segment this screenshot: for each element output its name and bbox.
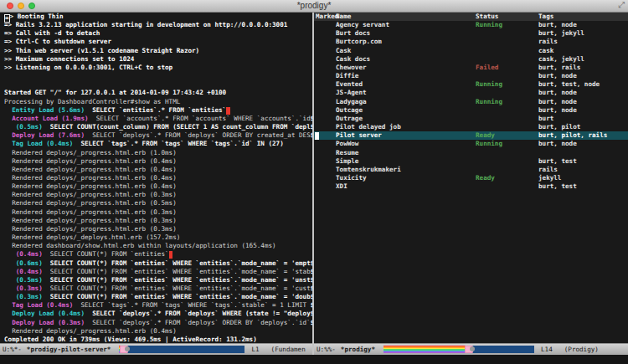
nyan-progress-bar: [119, 346, 245, 353]
process-tags: cask: [538, 47, 553, 55]
process-name: XDI: [336, 182, 347, 191]
echo-area[interactable]: [0, 355, 628, 364]
process-row[interactable]: XDIburt, test: [314, 182, 628, 191]
process-row[interactable]: Burtcorp.comrails: [314, 38, 628, 46]
process-status: Running: [476, 21, 502, 29]
log-segment: (0.3ms): [4, 293, 43, 300]
log-segment: Rendered deploys/_progress.html.erb (0.4…: [4, 174, 177, 182]
modeline-state: U:%*-: [3, 344, 22, 355]
process-list-rows: Agency servantRunningburt, nodeBurt docs…: [314, 21, 628, 191]
window-title: *prodigy*: [0, 1, 628, 10]
log-segment: SELECT COUNT(*) FROM `entities` WHERE `e…: [43, 259, 311, 267]
process-row[interactable]: Resume: [314, 149, 628, 157]
process-name: Resume: [336, 149, 358, 157]
log-segment: Deploy Load (0.3ms): [4, 319, 85, 326]
process-name: Diffie: [336, 72, 358, 80]
process-row[interactable]: Diffieburt, node: [314, 72, 628, 80]
log-segment: Tag Load (0.4ms): [4, 301, 73, 309]
log-segment: Rendered deploys/_progress.html.erb (0.3…: [4, 217, 177, 224]
process-row[interactable]: Cask docscask, jekyll: [314, 55, 628, 64]
log-line: Account Load (1.9ms) SELECT `accounts`.*…: [0, 115, 312, 123]
log-line: Tag Load (0.4ms) SELECT `tags`.* FROM `t…: [0, 301, 312, 310]
prodigy-buffer[interactable]: Marked Name Status Tags Agency servantRu…: [314, 13, 628, 343]
process-row[interactable]: JS-Agentburt, node: [314, 89, 628, 97]
rails-log-buffer[interactable]: => Booting Thin=> Rails 3.2.13 applicati…: [0, 13, 312, 343]
left-window: => Booting Thin=> Rails 3.2.13 applicati…: [0, 13, 312, 355]
log-line: >> Maximum connections set to 1024: [0, 55, 312, 64]
process-name: Chewover: [336, 64, 367, 72]
process-row[interactable]: TuxicityReadyjekyll: [314, 174, 628, 182]
process-name: Cask docs: [336, 55, 370, 64]
process-row[interactable]: Agency servantRunningburt, node: [314, 21, 628, 29]
process-status: Failed: [476, 64, 498, 72]
process-row[interactable]: EventedRunningburt, test, node: [314, 80, 628, 89]
log-line: Rendered deploys/_progress.html.erb (1.0…: [0, 149, 312, 157]
log-segment: Started GET "/" for 127.0.0.1 at 2014-01…: [4, 89, 226, 96]
expand-icon[interactable]: ⤢: [618, 0, 625, 10]
point-cursor: [315, 132, 319, 140]
process-name: Pilot delayed job: [336, 123, 401, 131]
process-name: Simple: [336, 157, 358, 166]
process-row[interactable]: ChewoverFailedburt, rails: [314, 64, 628, 72]
log-line: => Booting Thin: [0, 13, 312, 21]
log-segment: Rendered deploys/_progress.html.erb (0.4…: [4, 166, 177, 173]
log-line: => Rails 3.2.13 application starting in …: [0, 21, 312, 29]
log-line: => Ctrl-C to shutdown server: [0, 38, 312, 46]
process-name: JS-Agent: [336, 89, 367, 97]
nyan-progress-bar: [383, 346, 534, 353]
process-name: Tuxicity: [336, 174, 367, 182]
log-line: [0, 80, 312, 89]
process-name: Tomtenskrukmakeri: [336, 166, 401, 174]
process-row[interactable]: Pilot delayed jobburt, pilot: [314, 123, 628, 131]
log-line: >> Thin web server (v1.5.1 codename Stra…: [0, 47, 312, 55]
process-tags: rails: [538, 38, 558, 46]
log-segment: Processing by DashboardController#show a…: [4, 98, 180, 105]
process-name: Ladygaga: [336, 98, 367, 106]
log-line: Rendered deploys/_progress.html.erb (0.4…: [0, 166, 312, 174]
process-name: Evented: [336, 80, 363, 89]
log-line: Entity Load (5.6ms) SELECT `entities`.* …: [0, 106, 312, 115]
process-name: Pilot server: [336, 131, 382, 140]
process-row[interactable]: Caskcask: [314, 47, 628, 55]
process-row[interactable]: Burt docsburt, jekyll: [314, 29, 628, 38]
process-row[interactable]: Simpleburt, test: [314, 157, 628, 166]
process-row[interactable]: Outrageburt: [314, 115, 628, 123]
log-line: Rendered deploys/_progress.html.erb (0.3…: [0, 217, 312, 225]
process-name: Burtcorp.com: [336, 38, 382, 46]
log-line: Rendered deploys/_progress.html.erb (0.4…: [0, 327, 312, 336]
log-segment: SELECT `accounts`.* FROM `accounts` WHER…: [89, 115, 311, 122]
log-segment: SELECT `deploys`.* FROM `deploys` ORDER …: [85, 131, 311, 139]
modeline-line-number: L14: [541, 344, 553, 355]
log-segment: SELECT COUNT(*) FROM `entities` WHERE `e…: [43, 268, 311, 275]
log-segment: Account Load (1.9ms): [4, 115, 89, 122]
log-line: Deploy Load (7.6ms) SELECT `deploys`.* F…: [0, 131, 312, 140]
process-row[interactable]: Tomtenskrukmakerirails: [314, 166, 628, 174]
modeline-buffer-name: *prodigy-pilot-server*: [27, 344, 111, 355]
modeline-major-mode: (Prodigy): [564, 344, 599, 355]
process-row[interactable]: LadygagaRunningburt, node: [314, 98, 628, 106]
titlebar: *prodigy* ⤢: [0, 0, 628, 13]
log-segment: Deploy Load (0.4ms): [4, 310, 85, 317]
process-tags: burt: [538, 115, 553, 123]
log-line: Rendered deploys/_deploys.html.erb (157.…: [0, 233, 312, 242]
process-status: Running: [476, 140, 502, 148]
log-segment: Rendered dashboard/show.html.erb within …: [4, 242, 276, 249]
log-line: (0.4ms) SELECT COUNT(*) FROM `entities`: [0, 250, 312, 259]
process-tags: burt, node: [538, 89, 577, 97]
process-row[interactable]: Outcageburt, node: [314, 106, 628, 115]
log-line: (0.4ms) SELECT COUNT(*) FROM `entities` …: [0, 268, 312, 276]
log-line: Deploy Load (0.4ms) SELECT `deploys`.* F…: [0, 310, 312, 318]
log-line: Rendered deploys/_progress.html.erb (0.3…: [0, 208, 312, 217]
process-name: Burt docs: [336, 29, 370, 38]
log-segment: >> Listening on 0.0.0.0:3001, CTRL+C to …: [4, 64, 172, 71]
process-tags: burt, test: [538, 182, 577, 191]
header-name: Name: [336, 13, 351, 21]
process-tags: burt, test: [538, 157, 577, 166]
log-segment: (0.3ms): [4, 285, 43, 292]
process-row[interactable]: Pilot serverReadyburt, pilot, rails: [314, 131, 628, 140]
modeline-line-number: L1: [251, 344, 259, 355]
trailing-whitespace-block: [226, 107, 230, 115]
process-tags: burt, node: [538, 140, 577, 148]
log-segment: (0.4ms): [4, 268, 43, 275]
process-row[interactable]: PowWowRunningburt, node: [314, 140, 628, 148]
